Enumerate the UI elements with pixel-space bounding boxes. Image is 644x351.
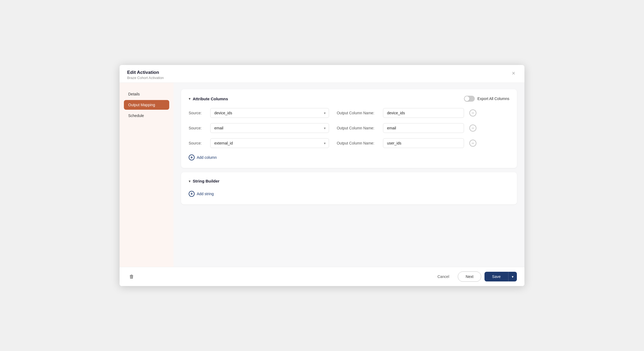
footer-right: Cancel Next Save ▾ [432, 271, 517, 282]
save-group: Save ▾ [484, 272, 517, 281]
save-dropdown-icon: ▾ [512, 275, 514, 279]
string-builder-title-row: ▾ String Builder [189, 179, 219, 183]
delete-button[interactable]: 🗑 [127, 272, 136, 281]
source-select-2[interactable]: email [210, 123, 329, 133]
mapping-row-2: Source: email ▾ Output Column Name: − [189, 123, 509, 133]
add-column-label: Add column [197, 155, 217, 160]
output-column-label-2: Output Column Name: [334, 126, 378, 130]
footer-left: 🗑 [127, 272, 136, 281]
close-button[interactable]: × [510, 70, 517, 77]
source-label-2: Source: [189, 126, 205, 130]
modal-header: Edit Activation Braze Cohort Activation … [120, 65, 524, 83]
output-column-input-1[interactable] [383, 108, 464, 118]
modal-title-group: Edit Activation Braze Cohort Activation [127, 70, 164, 80]
sidebar-item-schedule[interactable]: Schedule [124, 111, 169, 121]
source-select-wrapper-3: external_id ▾ [210, 138, 329, 148]
cancel-button[interactable]: Cancel [432, 272, 455, 281]
output-column-label-1: Output Column Name: [334, 111, 378, 115]
output-column-input-2[interactable] [383, 123, 464, 133]
next-button[interactable]: Next [458, 271, 481, 282]
attribute-columns-card: ▾ Attribute Columns Export All Columns S… [181, 89, 517, 168]
add-string-icon: + [189, 191, 195, 197]
remove-row-3-button[interactable]: − [469, 140, 476, 147]
attribute-columns-header: ▾ Attribute Columns Export All Columns [189, 96, 509, 102]
source-select-1[interactable]: device_ids [210, 108, 329, 118]
modal-body: Details Output Mapping Schedule ▾ Attrib… [120, 83, 524, 267]
sidebar-item-details[interactable]: Details [124, 89, 169, 99]
main-content: ▾ Attribute Columns Export All Columns S… [174, 83, 524, 267]
attribute-columns-title: Attribute Columns [193, 97, 228, 101]
mapping-row-3: Source: external_id ▾ Output Column Name… [189, 138, 509, 148]
add-string-button[interactable]: + Add string [189, 190, 214, 198]
output-column-label-3: Output Column Name: [334, 141, 378, 145]
output-column-input-3[interactable] [383, 138, 464, 148]
section-title-row: ▾ Attribute Columns [189, 97, 228, 101]
save-dropdown-button[interactable]: ▾ [508, 272, 517, 281]
add-column-button[interactable]: + Add column [189, 153, 217, 161]
string-builder-chevron-icon: ▾ [189, 179, 191, 183]
add-string-label: Add string [197, 192, 214, 196]
remove-row-2-button[interactable]: − [469, 125, 476, 132]
string-builder-title: String Builder [193, 179, 219, 183]
save-button[interactable]: Save [484, 272, 508, 281]
remove-row-1-button[interactable]: − [469, 109, 476, 116]
add-column-icon: + [189, 154, 195, 160]
sidebar-item-output-mapping[interactable]: Output Mapping [124, 100, 169, 110]
string-builder-header: ▾ String Builder [189, 179, 509, 183]
source-label-1: Source: [189, 111, 205, 115]
sidebar: Details Output Mapping Schedule [120, 83, 174, 267]
source-select-wrapper-1: device_ids ▾ [210, 108, 329, 118]
source-select-3[interactable]: external_id [210, 138, 329, 148]
export-all-columns-toggle[interactable] [464, 96, 475, 102]
edit-activation-modal: Edit Activation Braze Cohort Activation … [120, 65, 524, 286]
modal-subtitle: Braze Cohort Activation [127, 76, 164, 80]
mapping-row-1: Source: device_ids ▾ Output Column Name:… [189, 108, 509, 118]
export-all-columns-label: Export All Columns [477, 97, 509, 101]
modal-footer: 🗑 Cancel Next Save ▾ [120, 267, 524, 286]
source-label-3: Source: [189, 141, 205, 145]
export-toggle-row: Export All Columns [464, 96, 509, 102]
string-builder-card: ▾ String Builder + Add string [181, 172, 517, 204]
chevron-down-icon: ▾ [189, 97, 191, 101]
source-select-wrapper-2: email ▾ [210, 123, 329, 133]
modal-title: Edit Activation [127, 70, 164, 75]
